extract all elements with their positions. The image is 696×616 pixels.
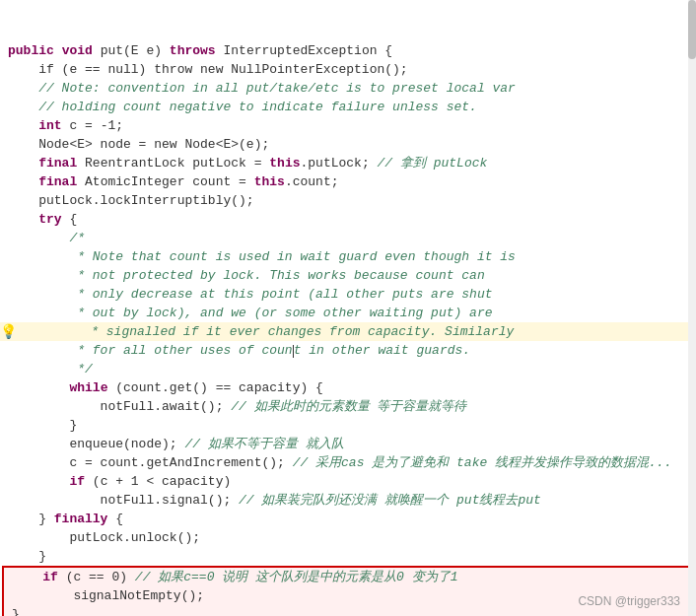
code-text: if (e == null) throw new NullPointerExce… xyxy=(8,60,408,79)
token: // 如果装完队列还没满 就唤醒一个 put线程去put xyxy=(239,493,541,508)
code-text: putLock.lockInterruptibly(); xyxy=(8,191,254,210)
code-text: } xyxy=(8,547,46,566)
token: notFull.await(); xyxy=(8,399,231,414)
token xyxy=(8,100,38,114)
token: // 如果此时的元素数量 等于容量就等待 xyxy=(231,399,466,414)
code-line: final AtomicInteger count = this.count; xyxy=(0,172,696,191)
code-line: try { xyxy=(0,210,696,229)
code-text: try { xyxy=(8,210,77,229)
code-line: public void put(E e) throws InterruptedE… xyxy=(0,41,696,60)
token: * signalled if it ever changes from capa… xyxy=(91,324,514,339)
code-line: if (c == 0) // 如果c==0 说明 这个队列是中的元素是从0 变为… xyxy=(2,566,694,586)
token: c = count.getAndIncrement(); xyxy=(8,455,293,470)
code-text: notFull.signal(); // 如果装完队列还没满 就唤醒一个 put… xyxy=(8,491,541,510)
code-text: * out by lock), and we (or some other wa… xyxy=(8,304,493,322)
code-text: int c = -1; xyxy=(8,116,123,135)
token: t in other wait guards. xyxy=(294,343,470,358)
token: void xyxy=(62,43,93,58)
token: * not protected by lock. This works beca… xyxy=(77,268,484,283)
code-line: putLock.lockInterruptibly(); xyxy=(0,191,696,210)
token xyxy=(8,287,77,302)
token: AtomicInteger count = xyxy=(77,174,253,189)
token: // 如果c==0 说明 这个队列是中的元素是从0 变为了1 xyxy=(135,570,458,584)
code-text: public void put(E e) throws InterruptedE… xyxy=(8,41,392,60)
code-line: * out by lock), and we (or some other wa… xyxy=(0,304,696,322)
code-text: if (c + 1 < capacity) xyxy=(8,472,231,491)
vertical-scrollbar[interactable] xyxy=(688,0,696,616)
code-line: while (count.get() == capacity) { xyxy=(0,378,696,397)
token: c = -1; xyxy=(62,118,123,133)
token: */ xyxy=(77,362,93,376)
code-text: c = count.getAndIncrement(); // 采用cas 是为… xyxy=(8,453,671,472)
token: this xyxy=(269,156,300,171)
token: { xyxy=(107,512,123,526)
token: final xyxy=(38,156,77,171)
code-line: * only decrease at this point (all other… xyxy=(0,285,696,304)
code-line: } xyxy=(0,547,696,566)
watermark: CSDN @trigger333 xyxy=(578,594,680,608)
token: if xyxy=(69,474,85,489)
token: try xyxy=(38,212,61,227)
token: * Note that count is used in wait guard … xyxy=(77,249,516,264)
code-line: // holding count negative to indicate fa… xyxy=(0,98,696,116)
code-text: * Note that count is used in wait guard … xyxy=(8,247,516,266)
code-line: } xyxy=(0,416,696,435)
token xyxy=(8,249,77,264)
token: public xyxy=(8,43,54,58)
token xyxy=(8,156,38,171)
code-line: putLock.unlock(); xyxy=(0,528,696,547)
token: int xyxy=(38,118,61,133)
token: final xyxy=(38,174,77,189)
code-text: putLock.unlock(); xyxy=(8,528,200,547)
code-line: * Note that count is used in wait guard … xyxy=(0,247,696,266)
code-text: final ReentrantLock putLock = this.putLo… xyxy=(8,154,487,172)
token: put(E e) xyxy=(93,43,170,58)
token: InterruptedException { xyxy=(216,43,392,58)
code-text: } finally { xyxy=(8,510,123,528)
token: * for all other uses of coun xyxy=(8,343,293,358)
token: putLock.unlock(); xyxy=(8,530,200,545)
token: throws xyxy=(170,43,216,58)
code-text: notFull.await(); // 如果此时的元素数量 等于容量就等待 xyxy=(8,397,466,416)
token: enqueue(node); xyxy=(8,437,184,451)
code-line: /* xyxy=(0,229,696,247)
code-text: } xyxy=(12,605,20,616)
lightbulb-icon[interactable]: 💡 xyxy=(0,322,17,341)
code-text: while (count.get() == capacity) { xyxy=(8,378,323,397)
code-line: final ReentrantLock putLock = this.putLo… xyxy=(0,154,696,172)
token xyxy=(8,212,38,227)
code-text: if (c == 0) // 如果c==0 说明 这个队列是中的元素是从0 变为… xyxy=(12,568,457,586)
token: while xyxy=(69,380,107,395)
token: // 采用cas 是为了避免和 take 线程并发操作导致的数据混... xyxy=(293,455,672,470)
token: ReentrantLock putLock = xyxy=(77,156,269,171)
code-line: * not protected by lock. This works beca… xyxy=(0,266,696,285)
token: (c + 1 < capacity) xyxy=(85,474,231,489)
code-text: enqueue(node); // 如果不等于容量 就入队 xyxy=(8,435,344,453)
code-text: Node<E> node = new Node<E>(e); xyxy=(8,135,269,154)
code-text: // Note: convention in all put/take/etc … xyxy=(8,79,516,98)
code-text: * for all other uses of count in other w… xyxy=(8,341,470,360)
token: // holding count negative to indicate fa… xyxy=(38,100,477,114)
code-text: signalNotEmpty(); xyxy=(12,586,204,605)
token: notFull.signal(); xyxy=(8,493,239,508)
token: (c == 0) xyxy=(58,570,135,584)
token: /* xyxy=(69,231,85,245)
token xyxy=(12,570,42,584)
token: } xyxy=(8,549,46,564)
scrollbar-thumb[interactable] xyxy=(688,0,696,59)
token xyxy=(54,43,62,58)
code-text: * signalled if it ever changes from capa… xyxy=(22,322,514,341)
code-line: */ xyxy=(0,360,696,378)
code-line: notFull.await(); // 如果此时的元素数量 等于容量就等待 xyxy=(0,397,696,416)
token: this xyxy=(254,174,285,189)
token: * only decrease at this point (all other… xyxy=(77,287,492,302)
token xyxy=(8,268,77,283)
token: (count.get() == capacity) { xyxy=(107,380,322,395)
token: finally xyxy=(54,512,108,526)
code-line: c = count.getAndIncrement(); // 采用cas 是为… xyxy=(0,453,696,472)
token: Node<E> node = new Node<E>(e); xyxy=(8,137,269,152)
code-line: notFull.signal(); // 如果装完队列还没满 就唤醒一个 put… xyxy=(0,491,696,510)
code-text: /* xyxy=(8,229,85,247)
token: putLock.lockInterruptibly(); xyxy=(8,193,254,208)
token: { xyxy=(62,212,78,227)
